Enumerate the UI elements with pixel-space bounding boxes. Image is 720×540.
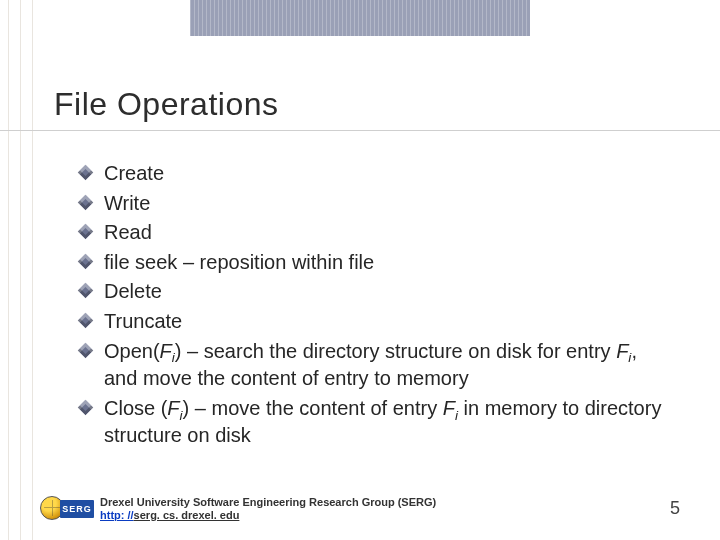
list-item: file seek – reposition within file — [80, 249, 672, 277]
diamond-bullet-icon — [78, 194, 94, 210]
serg-logo: SERG — [40, 496, 90, 522]
title-underline — [0, 130, 720, 131]
diamond-bullet-icon — [78, 399, 94, 415]
diamond-bullet-icon — [78, 283, 94, 299]
serg-logo-label: SERG — [60, 500, 94, 518]
notebook-margin-rules — [0, 0, 60, 540]
list-item-text: Create — [104, 162, 164, 184]
bullet-list: Create Write Read file seek – reposition… — [80, 160, 672, 452]
list-item-text: Delete — [104, 280, 162, 302]
header-decorative-bar — [190, 0, 530, 36]
list-item: Delete — [80, 278, 672, 306]
list-item-text: Truncate — [104, 310, 182, 332]
footer-org-line: Drexel University Software Engineering R… — [100, 496, 436, 509]
footer-link[interactable]: http: //serg. cs. drexel. edu — [100, 509, 436, 522]
list-item: Write — [80, 190, 672, 218]
list-item-text: Open(Fi) – search the directory structur… — [104, 340, 637, 390]
list-item-text: Close (Fi) – move the content of entry F… — [104, 397, 661, 447]
footer-text: Drexel University Software Engineering R… — [100, 496, 436, 522]
diamond-bullet-icon — [78, 224, 94, 240]
page-number: 5 — [670, 498, 680, 519]
diamond-bullet-icon — [78, 313, 94, 329]
list-item-text: Read — [104, 221, 152, 243]
list-item: Close (Fi) – move the content of entry F… — [80, 395, 672, 450]
diamond-bullet-icon — [78, 165, 94, 181]
footer-link-rest[interactable]: serg. cs. drexel. edu — [134, 509, 240, 521]
diamond-bullet-icon — [78, 254, 94, 270]
diamond-bullet-icon — [78, 342, 94, 358]
list-item-text: file seek – reposition within file — [104, 251, 374, 273]
list-item-text: Write — [104, 192, 150, 214]
slide-footer: SERG Drexel University Software Engineer… — [40, 496, 680, 522]
list-item: Open(Fi) – search the directory structur… — [80, 338, 672, 393]
slide-title: File Operations — [54, 86, 278, 123]
footer-link-prefix[interactable]: http: // — [100, 509, 134, 521]
list-item: Create — [80, 160, 672, 188]
list-item: Truncate — [80, 308, 672, 336]
footer-left: SERG Drexel University Software Engineer… — [40, 496, 436, 522]
list-item: Read — [80, 219, 672, 247]
